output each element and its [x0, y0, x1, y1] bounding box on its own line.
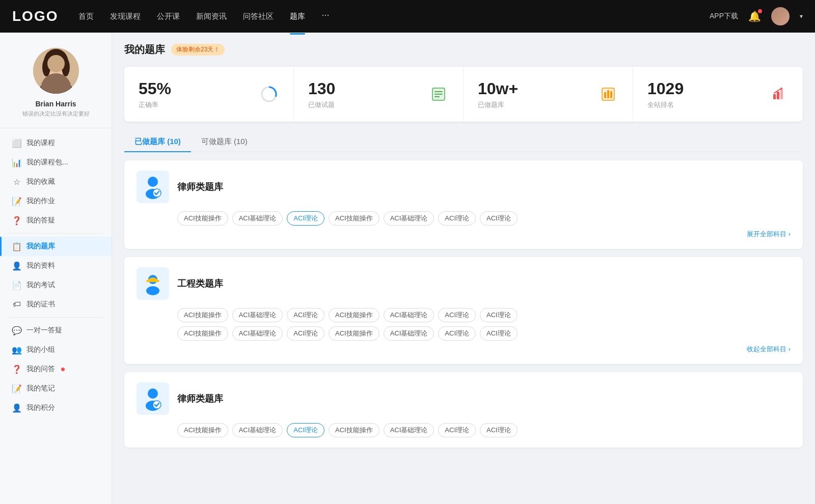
bank-tag-2-3[interactable]: ACI技能操作 — [329, 423, 379, 437]
bank-tag-0-4[interactable]: ACI基础理论 — [384, 211, 434, 226]
bank-footer-engineer: 收起全部科目 › — [137, 345, 791, 354]
svg-point-2 — [46, 55, 66, 77]
bank-card-lawyer-1: 律师类题库 ACI技能操作 ACI基础理论 ACI理论 ACI技能操作 ACI基… — [124, 160, 803, 249]
stat-done-questions: 130 已做试题 — [294, 67, 464, 122]
nav-home[interactable]: 首页 — [78, 10, 94, 23]
done-questions-value: 130 — [308, 79, 420, 98]
sidebar-item-my-course-pack[interactable]: 📊 我的课程包... — [0, 153, 112, 172]
navbar: LOGO 首页 发现课程 公开课 新闻资讯 问答社区 题库 ··· APP下载 … — [0, 0, 815, 33]
bank-tag-0-1[interactable]: ACI基础理论 — [232, 211, 283, 226]
bank-tag-1-8[interactable]: ACI基础理论 — [232, 326, 283, 341]
bank-tag-1-5[interactable]: ACI理论 — [438, 308, 476, 322]
bank-tag-1-9[interactable]: ACI理论 — [287, 326, 324, 341]
sidebar-item-my-questions[interactable]: ❓ 我的问答 — [0, 359, 112, 379]
nav-news[interactable]: 新闻资讯 — [196, 10, 227, 23]
svg-point-5 — [42, 81, 70, 94]
svg-rect-19 — [607, 90, 609, 98]
bank-expand-1[interactable]: 展开全部科目 › — [747, 230, 791, 239]
sidebar-item-my-question-bank[interactable]: 📋 我的题库 — [0, 237, 112, 256]
nav-question-bank[interactable]: 题库 — [290, 10, 305, 23]
page-title: 我的题库 — [124, 43, 165, 57]
done-questions-label: 已做试题 — [308, 100, 420, 109]
nav-menu: 首页 发现课程 公开课 新闻资讯 问答社区 题库 ··· — [78, 10, 710, 23]
bank-tag-2-6[interactable]: ACI理论 — [480, 423, 518, 437]
svg-point-24 — [780, 88, 782, 90]
svg-rect-21 — [773, 94, 776, 99]
tab-available[interactable]: 可做题库 (10) — [191, 132, 258, 152]
favorites-icon: ☆ — [12, 177, 21, 186]
tab-done[interactable]: 已做题库 (10) — [124, 132, 191, 152]
bank-tags-lawyer-1: ACI技能操作 ACI基础理论 ACI理论 ACI技能操作 ACI基础理论 AC… — [177, 211, 791, 226]
bank-footer-1: 展开全部科目 › — [137, 230, 791, 239]
sidebar-item-my-profile[interactable]: 👤 我的资料 — [0, 256, 112, 275]
bank-tag-1-3[interactable]: ACI技能操作 — [329, 308, 379, 322]
nav-more[interactable]: ··· — [321, 10, 329, 23]
bank-tag-2-4[interactable]: ACI基础理论 — [384, 423, 434, 437]
bank-tag-0-5[interactable]: ACI理论 — [438, 211, 476, 226]
user-avatar[interactable] — [771, 7, 790, 25]
avatar — [33, 48, 79, 94]
bank-tag-0-6[interactable]: ACI理论 — [480, 211, 518, 226]
bank-tag-2-0[interactable]: ACI技能操作 — [177, 423, 228, 437]
sidebar-item-my-homework[interactable]: 📝 我的作业 — [0, 191, 112, 211]
bank-tag-0-0[interactable]: ACI技能操作 — [177, 211, 228, 226]
qa-icon: ❓ — [12, 216, 21, 225]
svg-point-10 — [265, 90, 273, 98]
done-banks-icon — [598, 84, 618, 104]
bank-tag-1-10[interactable]: ACI技能操作 — [329, 326, 379, 341]
user-dropdown-arrow[interactable]: ▾ — [800, 13, 803, 20]
nav-discover[interactable]: 发现课程 — [110, 10, 141, 23]
sidebar-item-my-notes[interactable]: 📝 我的笔记 — [0, 379, 112, 398]
rank-value: 1029 — [647, 79, 760, 98]
bank-tag-1-2[interactable]: ACI理论 — [287, 308, 324, 322]
done-questions-icon — [428, 84, 449, 104]
bank-card-engineer: 工程类题库 ACI技能操作 ACI基础理论 ACI理论 ACI技能操作 ACI基… — [124, 257, 803, 364]
accuracy-value: 55% — [139, 79, 251, 98]
sidebar-item-my-points[interactable]: 👤 我的积分 — [0, 398, 112, 417]
sidebar-item-my-group[interactable]: 👥 我的小组 — [0, 340, 112, 359]
bank-tag-0-3[interactable]: ACI技能操作 — [329, 211, 379, 226]
bank-tag-1-7[interactable]: ACI技能操作 — [177, 326, 228, 341]
bank-tag-1-13[interactable]: ACI理论 — [480, 326, 518, 341]
bank-collapse-engineer[interactable]: 收起全部科目 › — [747, 345, 791, 354]
svg-point-3 — [42, 58, 50, 76]
bank-title-engineer: 工程类题库 — [177, 277, 223, 290]
bank-tag-2-5[interactable]: ACI理论 — [438, 423, 476, 437]
points-icon: 👤 — [12, 403, 21, 412]
bank-tag-1-0[interactable]: ACI技能操作 — [177, 308, 228, 322]
bank-tag-2-2[interactable]: ACI理论 — [287, 423, 324, 437]
svg-rect-23 — [780, 89, 783, 99]
bank-tag-1-1[interactable]: ACI基础理论 — [232, 308, 283, 322]
trial-badge: 体验剩余23天！ — [171, 44, 225, 55]
svg-rect-6 — [52, 74, 60, 82]
sidebar-item-my-qa[interactable]: ❓ 我的答疑 — [0, 211, 112, 230]
sidebar-item-one-on-one[interactable]: 💬 一对一答疑 — [0, 321, 112, 340]
bank-tags-engineer-row1: ACI技能操作 ACI基础理论 ACI理论 ACI技能操作 ACI基础理论 AC… — [177, 308, 791, 322]
sidebar-divider-2 — [8, 317, 103, 318]
bank-tag-0-2[interactable]: ACI理论 — [287, 211, 324, 226]
my-course-icon: ⬜ — [12, 138, 21, 148]
sidebar-item-my-cert[interactable]: 🏷 我的证书 — [0, 295, 112, 314]
svg-point-4 — [62, 58, 70, 76]
avatar-image — [771, 7, 790, 25]
stat-done-banks: 10w+ 已做题库 — [464, 67, 633, 122]
bank-tags-lawyer-2: ACI技能操作 ACI基础理论 ACI理论 ACI技能操作 ACI基础理论 AC… — [177, 423, 791, 437]
bank-tag-1-12[interactable]: ACI理论 — [438, 326, 476, 341]
exam-icon: 📄 — [12, 281, 21, 290]
app-download-link[interactable]: APP下载 — [710, 12, 738, 21]
bank-tag-1-11[interactable]: ACI基础理论 — [384, 326, 434, 341]
bank-tag-2-1[interactable]: ACI基础理论 — [232, 423, 283, 437]
notification-bell[interactable]: 🔔 — [748, 10, 761, 22]
sidebar-item-my-exam[interactable]: 📄 我的考试 — [0, 275, 112, 295]
nav-open-course[interactable]: 公开课 — [157, 10, 180, 23]
nav-qa[interactable]: 问答社区 — [243, 10, 274, 23]
sidebar-username: Brian Harris — [35, 100, 76, 108]
sidebar-item-my-favorites[interactable]: ☆ 我的收藏 — [0, 172, 112, 191]
main-content: 我的题库 体验剩余23天！ 55% 正确率 — [112, 33, 815, 504]
svg-point-0 — [33, 48, 79, 94]
bank-tag-1-6[interactable]: ACI理论 — [480, 308, 518, 322]
bank-tag-1-4[interactable]: ACI基础理论 — [384, 308, 434, 322]
sidebar-item-my-course[interactable]: ⬜ 我的课程 — [0, 133, 112, 153]
stat-accuracy: 55% 正确率 — [124, 67, 294, 122]
sidebar: Brian Harris 错误的决定比没有决定要好 ⬜ 我的课程 📊 我的课程包… — [0, 33, 112, 504]
